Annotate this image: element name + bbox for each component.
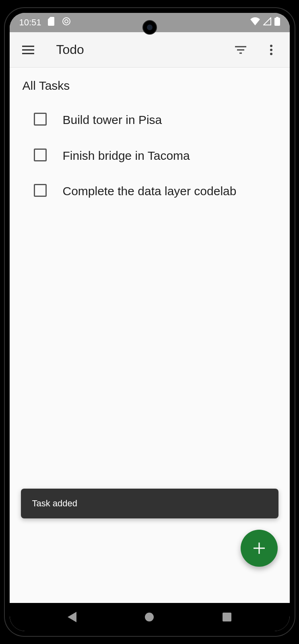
wifi-icon: [250, 17, 260, 28]
camera-notch: [142, 20, 157, 35]
content-area: All Tasks Build tower in Pisa Finish bri…: [10, 68, 290, 603]
svg-point-12: [270, 53, 272, 55]
svg-rect-2: [274, 18, 280, 26]
svg-point-10: [270, 45, 272, 47]
home-icon: [144, 612, 154, 622]
app-bar: Todo: [10, 32, 290, 68]
status-left: 10:51: [19, 17, 71, 29]
task-checkbox[interactable]: [34, 149, 47, 161]
svg-point-11: [270, 49, 272, 51]
snackbar-message: Task added: [32, 498, 78, 508]
svg-rect-16: [223, 613, 231, 621]
task-list: Build tower in Pisa Finish bridge in Tac…: [21, 112, 278, 200]
battery-icon: [274, 17, 280, 28]
system-nav-bar: [10, 603, 290, 631]
svg-point-15: [145, 613, 154, 621]
phone-frame: 10:51: [5, 8, 295, 636]
hamburger-icon: [22, 45, 34, 54]
add-task-fab[interactable]: [241, 530, 278, 567]
back-button[interactable]: [68, 612, 76, 622]
do-not-disturb-icon: [62, 17, 71, 29]
svg-point-1: [65, 20, 68, 23]
signal-icon: [263, 17, 271, 28]
task-label: Build tower in Pisa: [63, 112, 162, 128]
task-checkbox[interactable]: [34, 184, 47, 197]
filter-icon: [235, 46, 246, 54]
svg-point-0: [63, 18, 70, 25]
back-icon: [68, 612, 76, 622]
section-title: All Tasks: [23, 79, 278, 93]
more-vert-icon: [270, 44, 273, 56]
task-checkbox[interactable]: [34, 113, 47, 126]
status-time: 10:51: [19, 17, 41, 28]
more-button[interactable]: [262, 41, 280, 59]
plus-icon: [252, 541, 266, 555]
task-item[interactable]: Finish bridge in Tacoma: [21, 148, 278, 164]
task-label: Finish bridge in Tacoma: [63, 148, 190, 164]
home-button[interactable]: [144, 612, 154, 622]
square-icon: [223, 613, 231, 621]
task-label: Complete the data layer codelab: [63, 183, 237, 200]
recent-apps-button[interactable]: [223, 613, 231, 621]
task-item[interactable]: Complete the data layer codelab: [21, 183, 278, 200]
app-title: Todo: [56, 42, 219, 57]
menu-button[interactable]: [19, 41, 37, 59]
sd-card-icon: [48, 17, 55, 28]
snackbar: Task added: [21, 489, 278, 518]
task-item[interactable]: Build tower in Pisa: [21, 112, 278, 128]
svg-rect-3: [276, 17, 278, 18]
filter-button[interactable]: [232, 41, 250, 59]
status-right: [250, 17, 280, 28]
phone-screen: 10:51: [10, 13, 290, 631]
